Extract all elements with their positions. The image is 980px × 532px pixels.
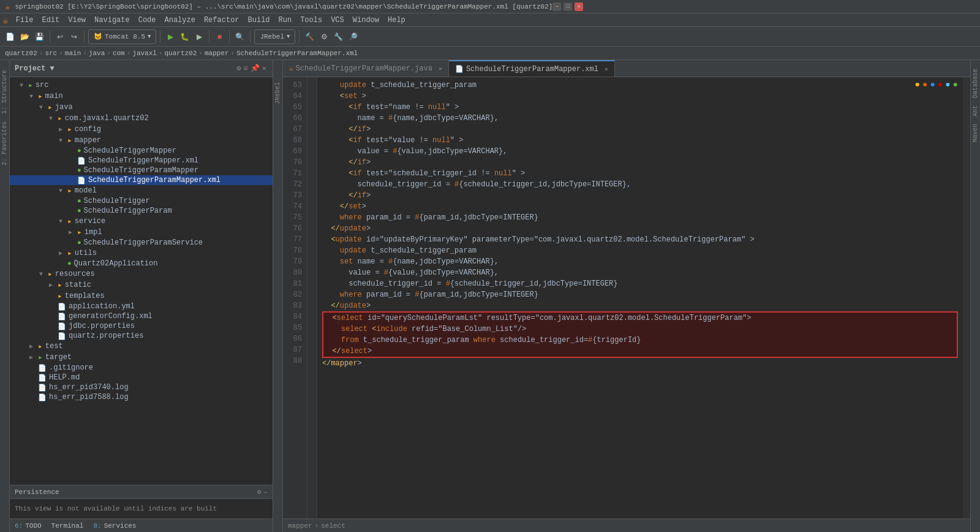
menu-view[interactable]: View (64, 15, 89, 26)
tree-item[interactable]: ●ScheduleTriggerParamMapper (10, 165, 273, 175)
tree-item[interactable]: 📄generatorConfig.xml (10, 311, 273, 321)
breadcrumb-item[interactable]: main (65, 50, 81, 57)
tree-item[interactable]: ▶▸static (10, 279, 273, 291)
breadcrumb-item[interactable]: java (89, 50, 105, 57)
ant-tab[interactable]: Ant (971, 102, 980, 120)
menu-refactor[interactable]: Refactor (200, 15, 243, 26)
bottom-tab-services[interactable]: 8:Services (88, 521, 141, 531)
maximize-button[interactable]: □ (564, 2, 572, 11)
menu-window[interactable]: Window (349, 15, 383, 26)
tree-item[interactable]: ●ScheduleTriggerParamService (10, 238, 273, 248)
breadcrumb-item[interactable]: src (45, 50, 57, 57)
tree-item[interactable]: ●Quartz02Application (10, 259, 273, 268)
tab-close-button[interactable]: ✕ (439, 65, 442, 72)
editor-scrollbar[interactable] (963, 77, 970, 519)
breadcrumb-item[interactable]: javaxl (132, 50, 157, 57)
run-button[interactable]: ▶ (164, 29, 176, 44)
persistence-close-icon[interactable]: – (263, 488, 268, 496)
ie-icon[interactable]: ● (930, 80, 935, 89)
minimize-button[interactable]: – (552, 2, 561, 11)
firefox-icon[interactable]: ● (922, 80, 927, 89)
tree-item[interactable]: ▶▸config (10, 124, 273, 135)
opera-icon[interactable]: ● (938, 80, 943, 89)
tree-item[interactable]: ●ScheduleTrigger (10, 196, 273, 206)
menu-analyze[interactable]: Analyze (161, 15, 199, 26)
menu-build[interactable]: Build (244, 15, 274, 26)
tree-item[interactable]: ▼▸main (10, 91, 273, 102)
bottom-breadcrumb-item[interactable]: select (321, 522, 345, 530)
tree-item[interactable]: ▼▸java (10, 102, 273, 113)
bottom-tab-terminal[interactable]: Terminal (47, 521, 89, 531)
code-content[interactable]: update t_schedule_trigger_param <set > <… (317, 77, 963, 519)
breadcrumb-item[interactable]: quartz02 (5, 50, 37, 57)
search-button[interactable]: 🔍 (233, 29, 246, 44)
editor-tab-ScheduleTriggerParamMapper-java[interactable]: ☕ScheduleTriggerParamMapper.java✕ (283, 60, 449, 77)
breadcrumb-item[interactable]: quartz02 (165, 50, 197, 57)
tree-item[interactable]: ▼▸src (10, 80, 273, 91)
breadcrumb-item[interactable]: com (113, 50, 125, 57)
menu-edit[interactable]: Edit (38, 15, 63, 26)
tree-item[interactable]: ●ScheduleTriggerParam (10, 206, 273, 216)
tree-item[interactable]: ▼▸model (10, 185, 273, 196)
tree-item[interactable]: ▸templates (10, 291, 273, 302)
build-button[interactable]: 🔨 (303, 29, 316, 44)
tree-item[interactable]: 📄ScheduleTriggerMapper.xml (10, 156, 273, 165)
pin-icon[interactable]: 📌 (249, 63, 261, 74)
tree-item[interactable]: 📄HELP.md (10, 373, 273, 382)
tree-item[interactable]: 📄application.yml (10, 302, 273, 311)
menu-navigate[interactable]: Navigate (91, 15, 134, 26)
close-panel-icon[interactable]: ✕ (261, 63, 268, 74)
structure-tab[interactable]: 1: Structure (0, 66, 9, 118)
menu-file[interactable]: File (12, 15, 37, 26)
breadcrumb-item[interactable]: ScheduleTriggerParamMapper.xml (236, 50, 358, 57)
tree-item[interactable]: 📄ScheduleTriggerParamMapper.xml (10, 175, 273, 185)
external-tool-button[interactable]: 🔧 (332, 29, 345, 44)
tree-item[interactable]: 📄hs_err_pid7588.log (10, 392, 273, 402)
redo-button[interactable]: ↪ (68, 29, 80, 44)
run-coverage-button[interactable]: ▶ (193, 29, 205, 44)
breadcrumb-item[interactable]: mapper (205, 50, 229, 57)
tree-item[interactable]: 📄jdbc.properties (10, 321, 273, 331)
tree-item[interactable]: ●ScheduleTriggerMapper (10, 146, 273, 156)
menu-help[interactable]: Help (384, 15, 409, 26)
safari-icon[interactable]: ● (945, 80, 950, 89)
bottom-breadcrumb-item[interactable]: mapper (288, 522, 312, 530)
settings-button[interactable]: ⚙ (318, 29, 330, 44)
maven-tab[interactable]: Maven (971, 120, 980, 146)
database-tab[interactable]: Database (971, 65, 980, 102)
save-button[interactable]: 💾 (33, 29, 46, 44)
jrebel-selector[interactable]: JRebel ▼ (254, 29, 295, 44)
search-everywhere-button[interactable]: 🔎 (347, 29, 360, 44)
tree-item[interactable]: ▼▸service (10, 216, 273, 227)
menu-code[interactable]: Code (135, 15, 160, 26)
tree-item[interactable]: ▼▸mapper (10, 135, 273, 146)
tomcat-selector[interactable]: 🐱 Tomcat 8.5 ▼ (88, 29, 156, 44)
tab-close-button[interactable]: ✕ (605, 66, 608, 73)
settings-icon[interactable]: ⚙ (235, 63, 242, 74)
tree-item[interactable]: ▼▸com.javaxl.quartz02 (10, 113, 273, 124)
tree-item[interactable]: 📄.gitignore (10, 363, 273, 373)
tree-item[interactable]: 📄hs_err_pid3740.log (10, 382, 273, 392)
tree-item[interactable]: ▶▸utils (10, 248, 273, 259)
menu-tools[interactable]: Tools (296, 15, 326, 26)
menu-run[interactable]: Run (275, 15, 296, 26)
tree-item[interactable]: 📄quartz.properties (10, 331, 273, 341)
chrome-icon[interactable]: ● (915, 80, 920, 89)
extra-browser-icon[interactable]: ● (953, 80, 958, 89)
tree-item[interactable]: ▶▸test (10, 341, 273, 352)
undo-button[interactable]: ↩ (54, 29, 66, 44)
close-button[interactable]: ✕ (575, 2, 583, 11)
collapse-icon[interactable]: ≡ (243, 63, 249, 74)
favorites-tab[interactable]: 2: Favorites (0, 118, 9, 169)
stop-button[interactable]: ■ (213, 29, 225, 44)
tree-item[interactable]: ▼▸resources (10, 268, 273, 279)
open-button[interactable]: 📂 (18, 29, 31, 44)
debug-button[interactable]: 🐛 (178, 29, 191, 44)
jrebel-side-tab[interactable]: JRebel (273, 78, 282, 108)
editor-tab-ScheduleTriggerParamMapper-xml[interactable]: 📄ScheduleTriggerParamMapper.xml✕ (449, 60, 615, 77)
tree-item[interactable]: ▶▸target (10, 352, 273, 363)
tree-item[interactable]: ▶▸impl (10, 227, 273, 238)
menu-vcs[interactable]: VCS (327, 15, 348, 26)
persistence-config-icon[interactable]: ⚙ (257, 488, 262, 496)
new-file-button[interactable]: 📄 (4, 29, 17, 44)
